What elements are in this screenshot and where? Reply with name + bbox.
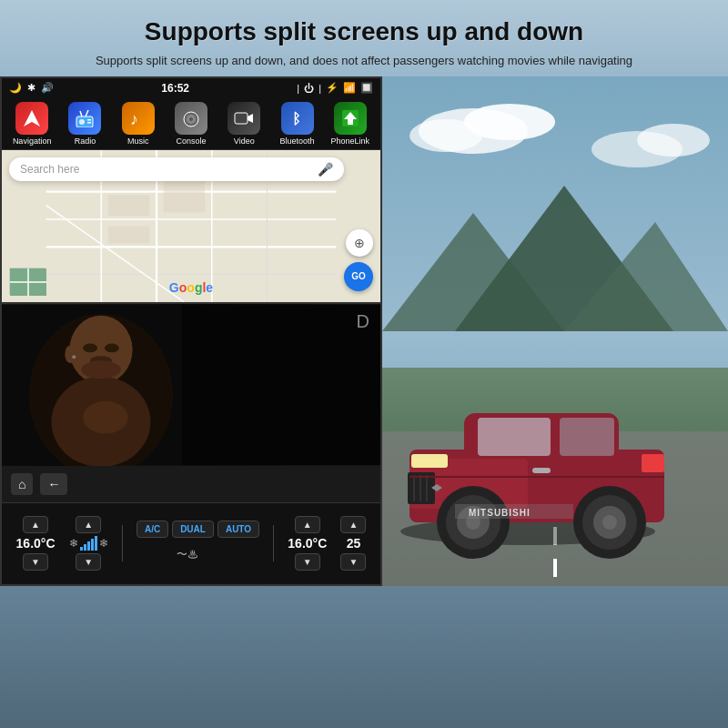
fan-bar-5	[95, 536, 97, 551]
app-phonelink-label: PhoneLink	[331, 136, 370, 146]
number-down[interactable]: ▼	[340, 553, 366, 571]
volume-icon: 🔊	[41, 82, 54, 94]
left-temp-display: 16.0°C	[16, 536, 56, 551]
page-container: Supports split screens up and down Suppo…	[0, 0, 728, 728]
fan-bars	[80, 536, 97, 551]
console-icon	[175, 102, 207, 135]
home-button[interactable]: ⌂	[11, 473, 33, 495]
svg-rect-27	[164, 181, 206, 212]
svg-point-2	[79, 119, 85, 125]
app-console-label: Console	[176, 136, 206, 146]
ac-group: A/C DUAL AUTO 〜♨	[136, 521, 259, 566]
back-button[interactable]: ←	[40, 473, 67, 495]
car-photo: MITSUBISHI	[382, 76, 728, 586]
svg-rect-70	[411, 454, 448, 468]
svg-text:♪: ♪	[130, 110, 138, 128]
app-music-label: Music	[127, 136, 149, 146]
ac-controls: A/C DUAL AUTO	[136, 521, 259, 538]
home-nav-bar: ⌂ ←	[2, 466, 380, 502]
app-radio-label: Radio	[75, 136, 96, 146]
google-logo: Google	[169, 280, 213, 295]
auto-button[interactable]: AUTO	[217, 521, 259, 538]
power-icon: ⏻	[304, 83, 314, 94]
climate-bar: ▲ 16.0°C ▼ ▲ ❄	[2, 502, 380, 584]
svg-point-41	[72, 355, 76, 359]
left-temp-down[interactable]: ▼	[23, 553, 48, 571]
locate-button[interactable]: ⊕	[346, 229, 373, 257]
svg-text:MITSUBISHI: MITSUBISHI	[469, 508, 531, 518]
fan-bar-3	[87, 541, 90, 551]
app-navigation[interactable]: Navigation	[10, 102, 54, 146]
app-phonelink[interactable]: PhoneLink	[329, 102, 372, 146]
car-scene-svg: MITSUBISHI	[382, 76, 728, 586]
svg-rect-3	[87, 119, 91, 121]
fan-icon-right: ❄	[99, 537, 108, 550]
app-console[interactable]: Console	[169, 102, 213, 146]
bluetooth-icon: ᛒ	[281, 102, 314, 135]
status-time: 16:52	[161, 82, 189, 95]
airflow-svg: 〜♨	[175, 544, 220, 562]
video-content: D	[2, 304, 380, 466]
svg-point-37	[105, 343, 119, 352]
video-back-button[interactable]: D	[357, 311, 369, 332]
nav-icon	[15, 102, 48, 135]
divider-2	[273, 525, 274, 561]
fan-down[interactable]: ▼	[76, 553, 101, 571]
divider-symbol: |	[297, 83, 299, 94]
search-bar[interactable]: Search here 🎤	[9, 157, 344, 181]
fan-bar-2	[84, 544, 86, 551]
divider-symbol-2: |	[318, 83, 321, 94]
divider-1	[122, 525, 123, 561]
svg-rect-81	[532, 468, 551, 473]
svg-marker-0	[24, 110, 40, 126]
svg-point-49	[410, 119, 482, 152]
moon-icon: 🌙	[9, 82, 22, 94]
number-up[interactable]: ▲	[340, 516, 366, 533]
svg-line-6	[86, 110, 88, 116]
left-temp-up[interactable]: ▲	[23, 516, 48, 533]
svg-point-36	[83, 343, 97, 352]
video-section: D	[2, 302, 380, 466]
svg-marker-12	[248, 114, 253, 123]
number-group: ▲ 25 ▼	[340, 516, 366, 571]
app-video[interactable]: Video	[222, 102, 266, 146]
right-temp-up[interactable]: ▲	[295, 516, 320, 533]
svg-point-51	[637, 124, 710, 157]
fan-icon-left: ❄	[69, 537, 78, 550]
svg-rect-26	[108, 195, 150, 216]
sub-title: Supports split screens up and down, and …	[36, 53, 692, 69]
svg-point-10	[189, 117, 193, 121]
svg-point-43	[83, 401, 128, 434]
fan-group: ▲ ❄ ❄ ▼	[69, 516, 108, 571]
movie-scene-svg	[2, 304, 380, 466]
video-icon	[228, 102, 260, 135]
ac-button[interactable]: A/C	[136, 521, 168, 538]
app-radio[interactable]: Radio	[63, 102, 106, 146]
number-display: 25	[347, 536, 361, 551]
fan-bar-4	[91, 539, 94, 551]
google-last: e	[206, 280, 213, 295]
status-right: | ⏻ | ⚡ 📶 🔲	[297, 82, 373, 94]
google-o2: o	[187, 280, 195, 295]
right-temp-down[interactable]: ▼	[295, 553, 320, 571]
music-icon: ♪	[122, 102, 155, 135]
radio-icon	[68, 102, 101, 135]
phonelink-icon	[334, 102, 367, 135]
app-bluetooth[interactable]: ᛒ Bluetooth	[276, 102, 319, 146]
svg-rect-11	[235, 113, 248, 124]
svg-point-39	[81, 360, 121, 379]
car-photo-bg: MITSUBISHI	[382, 76, 728, 586]
go-button[interactable]: GO	[344, 262, 373, 291]
title-section: Supports split screens up and down Suppo…	[0, 0, 728, 76]
mic-icon[interactable]: 🎤	[318, 162, 333, 177]
app-music[interactable]: ♪ Music	[116, 102, 160, 146]
map-thumbnail[interactable]	[9, 268, 46, 295]
svg-rect-28	[108, 226, 150, 243]
fan-display: ❄ ❄	[69, 536, 108, 551]
fan-up[interactable]: ▲	[76, 516, 101, 533]
content-row: 🌙 ✱ 🔊 16:52 | ⏻ | ⚡ 📶 🔲	[0, 76, 728, 586]
svg-text:ᛒ: ᛒ	[292, 111, 301, 126]
dual-button[interactable]: DUAL	[172, 521, 214, 538]
car-screen: 🌙 ✱ 🔊 16:52 | ⏻ | ⚡ 📶 🔲	[0, 76, 382, 586]
svg-rect-64	[560, 418, 614, 456]
